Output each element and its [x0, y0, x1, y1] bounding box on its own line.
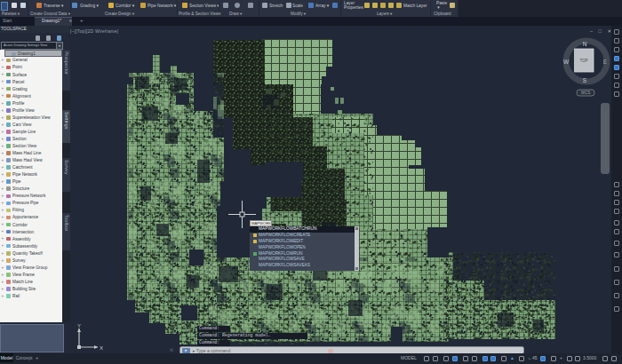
- svg-text:Y: Y: [77, 323, 81, 328]
- svg-text:W: W: [563, 59, 570, 65]
- svg-text:S: S: [583, 77, 587, 83]
- svg-text:N: N: [583, 41, 587, 47]
- svg-text:E: E: [603, 59, 608, 65]
- svg-text:TOP: TOP: [579, 59, 587, 63]
- svg-text:WCS: WCS: [581, 91, 591, 95]
- svg-text:X: X: [100, 345, 103, 351]
